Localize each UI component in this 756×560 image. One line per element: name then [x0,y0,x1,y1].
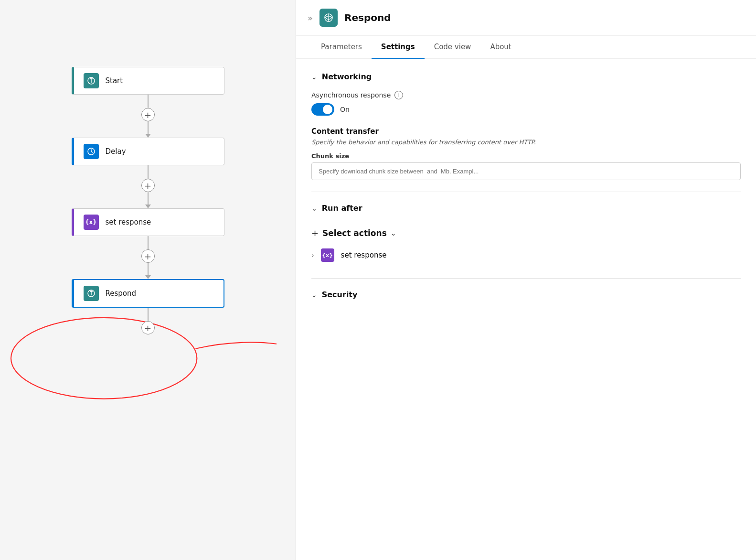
flow-node-delay[interactable]: Delay [72,138,224,165]
tabs-bar: Parameters Settings Code view About [296,36,756,59]
tab-about[interactable]: About [480,36,521,59]
line-3b [148,263,149,276]
line-2 [148,165,149,179]
line-4 [148,308,149,321]
connector-4: + [141,308,155,334]
async-info-icon[interactable]: i [394,91,403,99]
run-after-section: ⌄ Run after + Select actions ⌄ › {x} set… [311,204,741,267]
delay-icon [84,144,99,159]
tab-codeview[interactable]: Code view [425,36,481,59]
delay-label: Delay [106,147,126,156]
start-icon [84,73,99,88]
toggle-knob [323,105,332,114]
respond-icon [84,286,99,301]
networking-title: Networking [322,72,372,81]
run-after-chevron: ⌄ [311,205,317,212]
flow-node-set-response[interactable]: {x} set response [72,208,224,236]
line-1 [148,95,149,108]
security-title: Security [322,290,358,299]
action-expand-chevron: › [311,251,314,259]
panel-icon [319,9,338,27]
flow-node-respond[interactable]: Respond [72,279,224,308]
add-btn-3[interactable]: + [141,249,155,263]
divider-2 [311,278,741,279]
async-toggle[interactable] [311,103,334,116]
action-row-set-response[interactable]: › {x} set response [311,244,741,267]
arrow-1 [145,134,151,138]
chunk-size-label: Chunk size [311,152,741,160]
flow-container: Start + Delay + {x} set r [72,67,224,334]
expand-icon[interactable]: » [308,13,313,23]
content-transfer-desc: Specify the behavior and capabilities fo… [311,139,741,146]
connector-1: + [141,95,155,138]
panel-content: ⌄ Networking Asynchronous response i On … [296,59,756,560]
set-response-label: set response [106,218,151,226]
action-name-label: set response [341,251,387,259]
tab-parameters[interactable]: Parameters [311,36,372,59]
right-panel: » Respond Parameters Settings Code view … [296,0,756,560]
connector-2: + [141,165,155,208]
svg-point-4 [90,290,92,292]
respond-label: Respond [106,289,137,298]
tab-settings[interactable]: Settings [372,36,425,59]
plus-icon: + [311,228,319,238]
select-actions-label: Select actions [322,228,387,238]
connector-3: + [141,236,155,279]
networking-chevron: ⌄ [311,73,317,81]
select-actions-chevron: ⌄ [391,229,396,237]
run-after-header[interactable]: ⌄ Run after [311,204,741,213]
add-btn-2[interactable]: + [141,179,155,192]
line-3 [148,236,149,249]
add-btn-4[interactable]: + [141,321,155,334]
svg-point-1 [90,77,92,79]
chunk-size-input[interactable] [311,162,741,180]
action-set-response-icon: {x} [321,248,334,262]
security-chevron: ⌄ [311,291,317,299]
toggle-state-label: On [340,106,350,113]
async-response-label: Asynchronous response i [311,91,741,99]
set-response-icon: {x} [84,215,99,230]
arrow-3 [145,275,151,279]
async-toggle-row: On [311,103,741,116]
security-section: ⌄ Security [311,290,741,299]
flow-node-start[interactable]: Start [72,67,224,95]
select-actions-row[interactable]: + Select actions ⌄ [311,222,741,244]
line-2b [148,192,149,205]
divider-1 [311,192,741,192]
line-1b [148,121,149,135]
panel-header: » Respond [296,0,756,36]
flow-diagram-panel: Start + Delay + {x} set r [0,0,296,560]
panel-title: Respond [344,12,391,23]
content-transfer-title: Content transfer [311,127,741,136]
start-label: Start [106,76,123,85]
security-header[interactable]: ⌄ Security [311,290,741,299]
run-after-title: Run after [322,204,362,213]
networking-section-header[interactable]: ⌄ Networking [311,72,741,81]
add-btn-1[interactable]: + [141,108,155,121]
arrow-2 [145,205,151,208]
